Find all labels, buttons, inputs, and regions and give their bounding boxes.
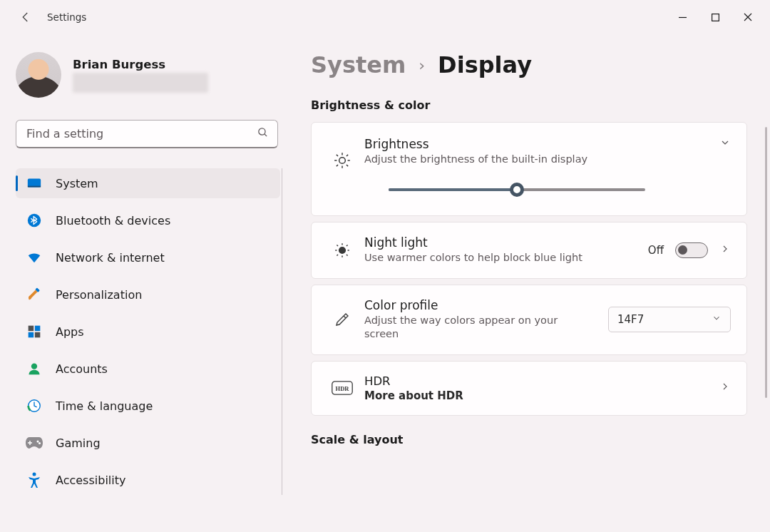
search-box[interactable]: [16, 120, 278, 148]
breadcrumb: System › Display: [311, 51, 747, 78]
sidebar-item-label: Time & language: [56, 399, 153, 413]
titlebar: Settings: [0, 0, 770, 34]
svg-rect-9: [35, 332, 41, 338]
paintbrush-icon: [26, 286, 43, 303]
color-profile-selected: 14F7: [617, 313, 644, 326]
sidebar-item-accounts[interactable]: Accounts: [16, 354, 280, 384]
sidebar: Brian Burgess System Bluetooth & devic: [0, 34, 285, 532]
sidebar-item-system[interactable]: System: [16, 168, 280, 198]
sidebar-item-label: Accessibility: [56, 474, 125, 487]
window-controls: [666, 6, 764, 29]
chevron-right-icon[interactable]: [719, 381, 731, 395]
window-title: Settings: [47, 11, 86, 23]
section-heading-scale: Scale & layout: [311, 433, 747, 446]
breadcrumb-parent[interactable]: System: [311, 51, 406, 78]
clock-globe-icon: [26, 397, 43, 414]
sidebar-item-label: Accounts: [56, 362, 108, 376]
svg-rect-8: [29, 332, 34, 338]
chevron-down-icon: [712, 313, 722, 326]
eyedropper-icon: [327, 311, 357, 328]
close-icon: [744, 13, 752, 21]
night-light-state-label: Off: [648, 244, 664, 257]
bluetooth-icon: [26, 212, 43, 229]
person-icon: [26, 360, 43, 377]
svg-text:HDR: HDR: [336, 385, 350, 392]
profile-name: Brian Burgess: [73, 58, 208, 71]
sidebar-item-bluetooth[interactable]: Bluetooth & devices: [16, 205, 280, 235]
minimize-icon: [679, 14, 687, 21]
svg-point-16: [339, 247, 346, 253]
svg-point-13: [38, 442, 41, 444]
back-button[interactable]: [14, 6, 37, 29]
breadcrumb-current: Display: [438, 51, 532, 78]
svg-point-10: [31, 364, 37, 369]
sidebar-item-gaming[interactable]: Gaming: [16, 428, 280, 458]
sidebar-item-label: Bluetooth & devices: [56, 214, 170, 227]
color-profile-desc: Adjust the way colors appear on your scr…: [364, 314, 592, 342]
brightness-slider[interactable]: [389, 183, 645, 197]
display-icon: [26, 175, 43, 192]
svg-point-4: [28, 214, 41, 227]
sidebar-item-network[interactable]: Network & internet: [16, 242, 280, 272]
accessibility-icon: [26, 471, 43, 488]
night-light-desc: Use warmer colors to help block blue lig…: [364, 251, 592, 265]
color-profile-select[interactable]: 14F7: [608, 307, 731, 332]
avatar: [16, 52, 61, 98]
color-profile-title: Color profile: [364, 298, 608, 312]
slider-fill: [389, 188, 517, 191]
brightness-title: Brightness: [364, 137, 719, 151]
gamepad-icon: [26, 434, 43, 451]
svg-point-1: [259, 128, 265, 135]
sidebar-item-label: System: [56, 177, 98, 190]
scrollbar[interactable]: [765, 127, 767, 398]
wifi-icon: [26, 249, 43, 266]
hdr-title: HDR: [364, 374, 719, 388]
minimize-button[interactable]: [666, 6, 699, 29]
search-icon: [257, 126, 269, 141]
sidebar-item-label: Gaming: [56, 436, 101, 450]
profile-email-redacted: [73, 73, 208, 93]
chevron-down-icon[interactable]: [719, 137, 731, 151]
nav-list: System Bluetooth & devices Network & int…: [16, 168, 282, 495]
sidebar-item-label: Network & internet: [56, 251, 165, 265]
sidebar-item-apps[interactable]: Apps: [16, 317, 280, 347]
svg-rect-3: [28, 186, 41, 188]
night-light-toggle[interactable]: [675, 242, 708, 258]
maximize-button[interactable]: [699, 6, 732, 29]
sidebar-item-label: Apps: [56, 325, 84, 339]
sun-icon: [327, 151, 357, 170]
brightness-card[interactable]: Brightness Adjust the brightness of the …: [311, 122, 747, 216]
chevron-right-icon: ›: [419, 56, 425, 74]
sidebar-item-label: Personalization: [56, 288, 142, 302]
svg-point-15: [339, 158, 346, 164]
main-content: System › Display Brightness & color Brig…: [285, 34, 770, 532]
color-profile-card[interactable]: Color profile Adjust the way colors appe…: [311, 285, 747, 355]
svg-rect-6: [29, 326, 34, 332]
sidebar-item-accessibility[interactable]: Accessibility: [16, 465, 280, 495]
apps-icon: [26, 323, 43, 340]
svg-rect-7: [35, 326, 41, 332]
arrow-left-icon: [19, 11, 32, 24]
sidebar-item-personalization[interactable]: Personalization: [16, 280, 280, 310]
hdr-card[interactable]: HDR HDR More about HDR: [311, 361, 747, 416]
hdr-icon: HDR: [327, 381, 357, 395]
svg-rect-0: [712, 14, 719, 21]
night-light-card[interactable]: Night light Use warmer colors to help bl…: [311, 222, 747, 279]
search-input[interactable]: [25, 126, 257, 141]
sidebar-item-time[interactable]: Time & language: [16, 391, 280, 421]
close-button[interactable]: [732, 6, 764, 29]
svg-point-12: [37, 441, 39, 443]
night-light-icon: [327, 241, 357, 260]
brightness-desc: Adjust the brightness of the built-in di…: [364, 153, 719, 167]
chevron-right-icon[interactable]: [719, 243, 731, 257]
profile-block[interactable]: Brian Burgess: [16, 43, 285, 107]
night-light-title: Night light: [364, 235, 648, 250]
maximize-icon: [712, 14, 719, 21]
svg-point-14: [33, 473, 36, 476]
section-heading-brightness: Brightness & color: [311, 98, 747, 112]
hdr-more-link[interactable]: More about HDR: [364, 389, 719, 402]
slider-thumb[interactable]: [510, 183, 524, 197]
